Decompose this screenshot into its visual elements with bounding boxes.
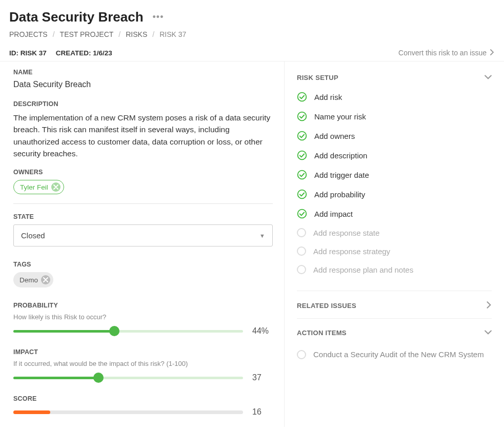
state-label: STATE	[13, 213, 273, 220]
related-issues-header[interactable]: RELATED ISSUES	[297, 294, 492, 315]
convert-label: Convert this risk to an issue	[398, 49, 487, 57]
setup-item-label: Add impact	[314, 210, 353, 218]
setup-item-label: Add probability	[314, 190, 365, 199]
chevron-down-icon	[485, 74, 492, 81]
setup-item[interactable]: Add response strategy	[297, 246, 492, 256]
remove-owner-icon[interactable]	[51, 182, 61, 192]
slider-thumb[interactable]	[93, 373, 104, 383]
check-circle-icon	[297, 131, 307, 141]
tag-name: Demo	[19, 276, 38, 284]
check-circle-icon	[297, 111, 307, 121]
svg-point-6	[298, 210, 307, 218]
remove-tag-icon[interactable]	[41, 275, 50, 284]
probability-sublabel: How likely is this Risk to occur?	[13, 313, 273, 321]
description-value[interactable]: The implementation of a new CRM system p…	[13, 112, 273, 159]
unchecked-circle-icon[interactable]	[297, 350, 306, 359]
page-header: Data Security Breach ••• PROJECTS / TEST…	[0, 0, 504, 43]
risk-setup-header[interactable]: RISK SETUP	[297, 71, 492, 87]
check-circle-icon	[297, 170, 307, 180]
setup-item[interactable]: Add owners	[297, 131, 492, 141]
breadcrumb: PROJECTS / TEST PROJECT / RISKS / RISK 3…	[9, 30, 495, 38]
breadcrumb-sep: /	[152, 30, 154, 38]
right-panel: RISK SETUP Add riskName your riskAdd own…	[285, 61, 504, 427]
svg-point-0	[298, 93, 307, 101]
page-title: Data Security Breach	[9, 9, 144, 25]
divider	[297, 318, 492, 319]
unchecked-circle-icon	[297, 265, 306, 274]
convert-to-issue-link[interactable]: Convert this risk to an issue	[398, 49, 495, 57]
setup-item[interactable]: Add trigger date	[297, 170, 492, 180]
related-issues-label: RELATED ISSUES	[297, 302, 356, 310]
setup-item[interactable]: Add impact	[297, 209, 492, 219]
setup-item[interactable]: Add response state	[297, 228, 492, 237]
name-value[interactable]: Data Security Breach	[13, 80, 273, 91]
setup-item-label: Add trigger date	[314, 171, 369, 179]
crumb-test-project[interactable]: TEST PROJECT	[60, 30, 114, 38]
unchecked-circle-icon	[297, 228, 306, 237]
score-label: SCORE	[13, 395, 273, 402]
chevron-down-icon	[485, 329, 492, 337]
risk-id: ID: RISK 37	[9, 49, 47, 57]
action-item[interactable]: Conduct a Security Audit of the New CRM …	[297, 342, 492, 367]
chevron-right-icon	[490, 49, 495, 57]
setup-item-label: Add description	[314, 151, 367, 160]
check-circle-icon	[297, 150, 307, 160]
left-panel: NAME Data Security Breach DESCRIPTION Th…	[0, 61, 285, 427]
breadcrumb-sep: /	[118, 30, 120, 38]
setup-item-label: Add risk	[314, 93, 342, 101]
setup-item-label: Add response plan and notes	[313, 265, 413, 274]
impact-value: 37	[252, 373, 273, 382]
check-circle-icon	[297, 92, 307, 102]
divider	[297, 291, 492, 291]
tag-chip[interactable]: Demo	[13, 272, 53, 287]
setup-item[interactable]: Name your risk	[297, 111, 492, 121]
risk-setup-label: RISK SETUP	[297, 74, 338, 81]
owner-name: Tyler Feil	[20, 183, 48, 191]
probability-value: 44%	[252, 326, 273, 336]
content-area: NAME Data Security Breach DESCRIPTION Th…	[0, 61, 504, 427]
chevron-right-icon	[487, 301, 492, 310]
meta-bar: ID: RISK 37 CREATED: 1/6/23 Convert this…	[0, 43, 504, 61]
setup-item[interactable]: Add probability	[297, 189, 492, 199]
setup-item[interactable]: Add risk	[297, 92, 492, 102]
setup-item[interactable]: Add description	[297, 150, 492, 160]
description-label: DESCRIPTION	[13, 100, 273, 108]
setup-item[interactable]: Add response plan and notes	[297, 265, 492, 274]
probability-slider[interactable]	[13, 326, 243, 336]
crumb-projects[interactable]: PROJECTS	[9, 30, 48, 38]
setup-item-label: Add owners	[314, 132, 355, 140]
svg-point-1	[298, 112, 307, 121]
impact-slider[interactable]	[13, 373, 243, 383]
check-circle-icon	[297, 209, 307, 219]
crumb-current: RISK 37	[159, 30, 186, 38]
svg-point-5	[298, 190, 307, 199]
setup-item-label: Add response strategy	[313, 247, 390, 256]
probability-label: PROBABILITY	[13, 302, 273, 309]
score-bar	[13, 410, 243, 414]
tags-label: TAGS	[13, 261, 273, 268]
breadcrumb-sep: /	[53, 30, 55, 38]
slider-thumb[interactable]	[109, 326, 119, 336]
impact-label: IMPACT	[13, 348, 273, 356]
caret-down-icon: ▼	[259, 233, 265, 239]
action-item-label: Conduct a Security Audit of the New CRM …	[313, 349, 484, 360]
setup-item-label: Add response state	[313, 229, 379, 237]
svg-point-4	[298, 171, 307, 179]
owners-label: OWNERS	[13, 169, 273, 176]
action-items-header[interactable]: ACTION ITEMS	[297, 322, 492, 342]
more-icon[interactable]: •••	[153, 12, 164, 23]
setup-item-label: Name your risk	[314, 112, 366, 121]
svg-point-3	[298, 151, 307, 160]
check-circle-icon	[297, 189, 307, 199]
divider	[13, 203, 273, 204]
impact-sublabel: If it occurred, what would be the impact…	[13, 360, 273, 367]
svg-point-2	[298, 132, 307, 140]
action-items-label: ACTION ITEMS	[297, 329, 347, 337]
unchecked-circle-icon	[297, 246, 306, 256]
crumb-risks[interactable]: RISKS	[126, 30, 147, 38]
state-value: Closed	[21, 231, 45, 240]
state-select[interactable]: Closed ▼	[13, 224, 273, 246]
risk-created: CREATED: 1/6/23	[56, 49, 112, 57]
name-label: NAME	[13, 69, 273, 76]
owner-chip[interactable]: Tyler Feil	[13, 180, 64, 194]
